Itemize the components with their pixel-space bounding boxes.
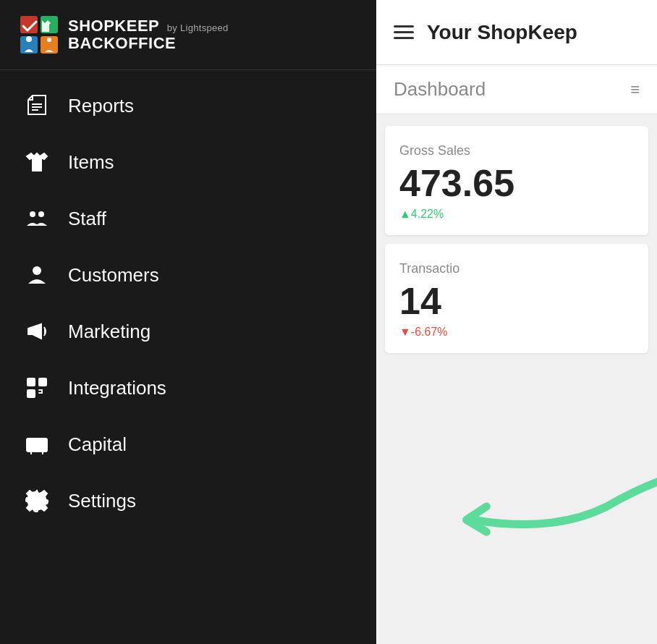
customers-icon — [22, 260, 52, 290]
reports-icon — [22, 90, 52, 121]
svg-point-21 — [39, 441, 43, 446]
svg-rect-14 — [27, 389, 35, 398]
sidebar-item-integrations[interactable]: Integrations — [0, 360, 376, 416]
gross-sales-change: ▲4.22% — [399, 208, 634, 221]
transactions-change: ▼-6.67% — [399, 326, 634, 339]
gross-sales-card: Gross Sales 473.65 ▲4.22% — [385, 126, 648, 235]
customers-label: Customers — [68, 264, 159, 287]
svg-point-4 — [26, 36, 32, 42]
transactions-card: Transactio 14 ▼-6.67% — [385, 244, 648, 353]
svg-rect-0 — [20, 16, 38, 33]
capital-label: Capital — [68, 433, 127, 456]
transactions-value: 14 — [399, 282, 634, 320]
sidebar-logo: SHOPKEEP by Lightspeed BACKOFFICE — [0, 0, 376, 70]
sidebar-item-staff[interactable]: Staff — [0, 190, 376, 247]
items-label: Items — [68, 151, 114, 174]
svg-point-5 — [47, 38, 51, 42]
sidebar-item-settings[interactable]: Settings — [0, 473, 376, 529]
logo-icon — [20, 16, 58, 54]
sidebar-item-capital[interactable]: Capital — [0, 416, 376, 473]
svg-rect-13 — [38, 378, 47, 386]
svg-rect-12 — [27, 378, 35, 386]
settings-icon — [22, 486, 52, 516]
logo-shopkeep: SHOPKEEP — [68, 17, 159, 35]
sidebar-item-reports[interactable]: Reports — [0, 77, 376, 134]
content-wrapper: Your ShopKeep Dashboard ≡ Gross Sales 47… — [376, 0, 657, 644]
marketing-icon — [22, 316, 52, 347]
integrations-icon — [22, 373, 52, 403]
staff-icon — [22, 203, 52, 234]
sidebar-item-customers[interactable]: Customers — [0, 247, 376, 303]
svg-point-9 — [30, 211, 35, 217]
svg-rect-17 — [38, 392, 43, 394]
logo-backoffice: BACKOFFICE — [68, 35, 229, 52]
svg-point-10 — [38, 211, 44, 217]
integrations-label: Integrations — [68, 377, 166, 399]
logo-text: SHOPKEEP by Lightspeed BACKOFFICE — [68, 17, 229, 52]
items-icon — [22, 147, 52, 177]
settings-label: Settings — [68, 490, 136, 512]
gross-sales-value: 473.65 — [399, 164, 634, 202]
main-content: Your ShopKeep Dashboard ≡ Gross Sales 47… — [376, 0, 657, 644]
cards-area: Gross Sales 473.65 ▲4.22% Transactio 14 … — [376, 114, 657, 365]
logo-by: by Lightspeed — [167, 22, 229, 33]
staff-label: Staff — [68, 208, 106, 230]
marketing-label: Marketing — [68, 321, 151, 343]
main-header: Your ShopKeep — [376, 0, 657, 65]
capital-icon — [22, 429, 52, 459]
svg-rect-20 — [30, 441, 35, 446]
reports-label: Reports — [68, 95, 134, 117]
dashboard-label: Dashboard — [394, 78, 486, 101]
sidebar: SHOPKEEP by Lightspeed BACKOFFICE Report… — [0, 0, 376, 644]
hamburger-menu-button[interactable] — [394, 25, 414, 39]
sidebar-item-marketing[interactable]: Marketing — [0, 303, 376, 360]
dashboard-bar: Dashboard ≡ — [376, 65, 657, 114]
svg-point-11 — [33, 266, 41, 275]
sidebar-item-items[interactable]: Items — [0, 134, 376, 190]
header-title: Your ShopKeep — [427, 21, 577, 44]
sidebar-nav: Reports Items Staff — [0, 70, 376, 644]
gross-sales-title: Gross Sales — [399, 143, 634, 158]
transactions-title: Transactio — [399, 261, 634, 276]
list-icon: ≡ — [630, 80, 640, 99]
